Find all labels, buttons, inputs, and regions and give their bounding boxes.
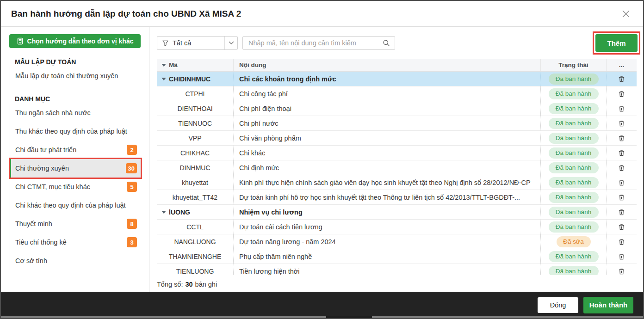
trash-icon[interactable]	[618, 209, 625, 216]
trash-icon[interactable]	[618, 253, 625, 260]
status-badge: Đã ban hành	[549, 177, 599, 188]
table-row[interactable]: lUONG Nhiệm vụ chi lương Đã ban hành	[157, 205, 637, 220]
expand-caret-icon[interactable]	[161, 211, 166, 214]
table-row[interactable]: CTPHI Chi công tác phí Đã ban hành	[157, 86, 637, 101]
trash-icon[interactable]	[618, 268, 625, 275]
table-body: CHIDINHMUC Chi các khoản trong định mức …	[157, 72, 637, 275]
table-row[interactable]: NANGLUONG Dự toán nâng lương - năm 2024 …	[157, 234, 637, 249]
table-row[interactable]: CHIDINHMUC Chi các khoản trong định mức …	[157, 72, 637, 86]
choose-other-unit-label: Chọn hướng dẫn theo đơn vị khác	[27, 37, 134, 45]
filter-selected-value: Tất cả	[173, 39, 191, 47]
sidebar-item-label: Tiêu chí thống kê	[15, 239, 67, 246]
status-badge: Đã ban hành	[549, 74, 599, 85]
trash-icon[interactable]	[618, 105, 625, 112]
modal-body: Chọn hướng dẫn theo đơn vị khác MẪU LẬP …	[1, 27, 643, 292]
trash-icon[interactable]	[618, 90, 625, 98]
status-badge: Đã ban hành	[549, 221, 599, 233]
section-header-mau-lap-du-toan: MẪU LẬP DỰ TOÁN	[15, 58, 141, 66]
status-badge: Đã ban hành	[549, 207, 599, 218]
sidebar-item-label: Mẫu lập dự toán chi thường xuyên	[15, 72, 118, 80]
scrollbar-thumb[interactable]	[326, 316, 372, 318]
modal-header: Ban hành hướng dẫn lập dự toán cho UBND …	[1, 1, 643, 27]
nav-group-danh-muc: Thu ngân sách nhà nước Thu khác theo quy…	[10, 104, 141, 270]
document-check-icon	[17, 37, 24, 45]
sidebar-item-chi-thuong-xuyen[interactable]: Chi thường xuyên 30	[10, 159, 141, 178]
sidebar-item-thu-ngan-sach[interactable]: Thu ngân sách nhà nước	[10, 104, 141, 122]
add-button-highlight: Thêm	[593, 31, 640, 55]
sidebar: Chọn hướng dẫn theo đơn vị khác MẪU LẬP …	[1, 27, 149, 292]
column-header-code[interactable]: Mã	[157, 59, 233, 71]
status-badge: Đã ban hành	[549, 133, 599, 144]
sidebar-item-tieu-chi-thong-ke[interactable]: Tiêu chí thống kê 3	[10, 233, 141, 252]
search-icon[interactable]	[383, 39, 390, 47]
sidebar-item-label: Chi khác theo quy định của pháp luật	[15, 202, 126, 209]
toolbar: Tất cả Thêm	[157, 34, 643, 52]
status-badge: Đã sửa	[557, 236, 591, 247]
main-panel: Tất cả Thêm	[149, 27, 643, 292]
trash-icon[interactable]	[618, 223, 625, 231]
status-badge: Đã ban hành	[549, 88, 599, 99]
sidebar-item-mau-lap-du-toan-chi-thuong-xuyen[interactable]: Mẫu lập dự toán chi thường xuyên	[10, 67, 141, 85]
total-unit: bản ghi	[195, 281, 217, 288]
modal-title: Ban hành hướng dẫn lập dự toán cho UBND …	[11, 9, 241, 19]
search-box	[242, 36, 395, 50]
complete-button[interactable]: Hoàn thành	[583, 297, 633, 313]
chevron-down-icon	[224, 37, 237, 49]
sidebar-item-label: Chi thường xuyên	[15, 165, 69, 172]
sidebar-item-thu-khac[interactable]: Thu khác theo quy định của pháp luật	[10, 122, 141, 141]
table-row[interactable]: THAMNIENNGHE Phụ cấp thâm niên nghề Đã b…	[157, 249, 637, 264]
status-badge: Đã ban hành	[549, 251, 599, 262]
table-row[interactable]: TIENLUONG Tiền lương hiện thời Đã ban hà…	[157, 264, 637, 275]
trash-icon[interactable]	[618, 238, 625, 245]
sidebar-item-label: Thu ngân sách nhà nước	[15, 109, 91, 117]
trash-icon[interactable]	[618, 149, 625, 157]
sidebar-item-thuyet-minh[interactable]: Thuyết minh 8	[10, 215, 141, 233]
table-row[interactable]: VPP Chi văn phòng phẩm Đã ban hành	[157, 131, 637, 146]
count-badge: 8	[127, 219, 137, 229]
table-row[interactable]: DINHMUC Chi định mức Đã ban hành	[157, 160, 637, 175]
count-badge: 5	[127, 182, 137, 192]
trash-icon[interactable]	[618, 194, 625, 201]
total-value: 30	[185, 281, 192, 288]
table-row[interactable]: CCTL Dự toán cải cách tiền lương Đã ban …	[157, 220, 637, 234]
record-count-summary: Tổng số: 30 bản ghi	[157, 281, 643, 288]
guidance-table: Mã Nội dung Trạng thái ... CHIDINHMUC	[157, 59, 637, 275]
sidebar-item-co-so-tinh[interactable]: Cơ sở tính	[10, 252, 141, 270]
table-row[interactable]: khuyettat Kinh phí thực hiện chính sách …	[157, 175, 637, 190]
sidebar-item-chi-ctmt[interactable]: Chi CTMT, mục tiêu khác 5	[10, 178, 141, 196]
add-button[interactable]: Thêm	[595, 34, 638, 52]
bottom-scrollbar-track[interactable]	[1, 316, 643, 318]
funnel-icon	[162, 40, 169, 47]
sidebar-item-label: Thu khác theo quy định của pháp luật	[15, 128, 127, 135]
trash-icon[interactable]	[618, 120, 625, 127]
table-row[interactable]: khuyettat_TT42 Dự toán kinh phí hỗ trợ h…	[157, 190, 637, 205]
trash-icon[interactable]	[618, 135, 625, 142]
choose-other-unit-button[interactable]: Chọn hướng dẫn theo đơn vị khác	[9, 34, 141, 48]
sidebar-item-label: Chi đầu tư phát triển	[15, 146, 76, 153]
close-button[interactable]: Đóng	[538, 297, 578, 313]
trash-icon[interactable]	[618, 179, 625, 186]
filter-dropdown[interactable]: Tất cả	[157, 36, 238, 50]
status-badge: Đã ban hành	[549, 162, 599, 173]
column-header-status[interactable]: Trạng thái	[540, 59, 606, 71]
count-badge: 30	[126, 163, 137, 173]
status-badge: Đã ban hành	[549, 192, 599, 203]
expand-caret-icon[interactable]	[161, 78, 166, 80]
table-row[interactable]: CHIKHAC Chi khác Đã ban hành	[157, 146, 637, 160]
search-input[interactable]	[243, 39, 383, 47]
close-icon[interactable]	[619, 7, 633, 21]
sort-caret-icon	[161, 64, 166, 67]
status-badge: Đã ban hành	[549, 103, 599, 114]
column-header-actions[interactable]: ...	[606, 59, 637, 71]
trash-icon[interactable]	[618, 164, 625, 172]
section-header-danh-muc: DANH MỤC	[15, 95, 141, 103]
trash-icon[interactable]	[618, 75, 625, 83]
sidebar-item-chi-khac[interactable]: Chi khác theo quy định của pháp luật	[10, 196, 141, 215]
column-header-content[interactable]: Nội dung	[233, 59, 540, 71]
modal-footer: Đóng Hoàn thành	[1, 292, 643, 318]
count-badge: 3	[127, 237, 137, 247]
table-row[interactable]: TIENNUOC Chi phí nước Đã ban hành	[157, 116, 637, 131]
table-row[interactable]: DIENTHOAI Chi phí điện thoại Đã ban hành	[157, 101, 637, 116]
nav-group-templates: Mẫu lập dự toán chi thường xuyên	[10, 67, 141, 85]
sidebar-item-chi-dau-tu[interactable]: Chi đầu tư phát triển 2	[10, 141, 141, 159]
